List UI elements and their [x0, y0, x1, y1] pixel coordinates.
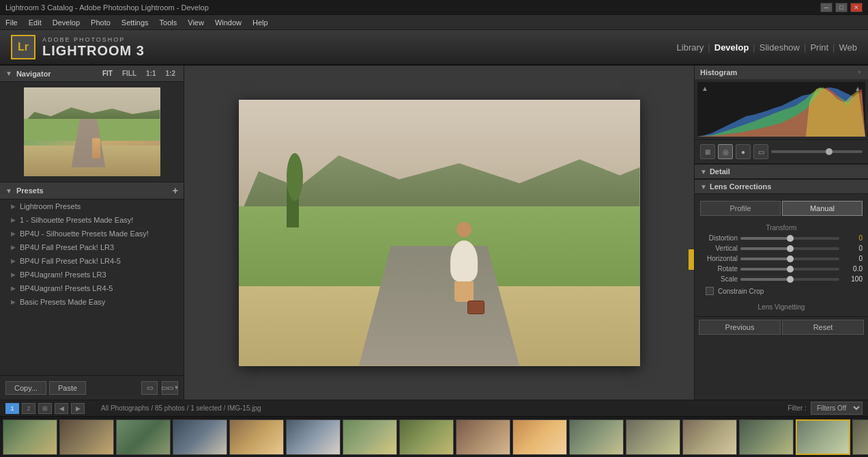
nav-web[interactable]: Web — [839, 42, 858, 53]
filter-select[interactable]: Filters Off Flagged Unflagged — [811, 402, 863, 415]
presets-add-button[interactable]: + — [173, 185, 178, 196]
page-2-button[interactable]: 2 — [22, 403, 35, 414]
film-thumb-9[interactable] — [456, 419, 510, 455]
navigator-controls: FIT FILL 1:1 1:2 — [100, 68, 178, 79]
navigator-panel: ▼ Navigator FIT FILL 1:1 1:2 — [0, 66, 184, 182]
horizontal-value: 0 — [842, 255, 863, 262]
menu-view[interactable]: View — [188, 18, 204, 27]
film-thumb-7[interactable] — [343, 419, 397, 455]
detail-section-header[interactable]: ▼ Detail — [695, 164, 868, 179]
navigator-header: ▼ Navigator FIT FILL 1:1 1:2 — [0, 66, 184, 82]
navigator-thumbnail — [24, 87, 160, 176]
preset-basic[interactable]: ▶ Basic Presets Made Easy — [0, 295, 184, 309]
menu-file[interactable]: File — [5, 18, 18, 27]
menu-window[interactable]: Window — [215, 18, 242, 27]
film-thumb-11[interactable] — [569, 419, 624, 455]
paste-button[interactable]: Paste — [49, 381, 86, 395]
grid-view-button[interactable]: ⊞ — [38, 403, 52, 414]
lens-tab-manual[interactable]: Manual — [782, 201, 863, 216]
single-view-button[interactable]: ▭ — [141, 381, 158, 395]
page-1-button[interactable]: 1 — [5, 403, 19, 414]
vertical-slider[interactable] — [740, 247, 839, 250]
nav-zoom[interactable]: 1:2 — [163, 68, 178, 79]
presets-header: ▼ Presets + — [0, 182, 184, 199]
tool-slider[interactable] — [771, 150, 863, 153]
previous-button[interactable]: Previous — [699, 320, 781, 335]
film-thumb-3[interactable] — [116, 419, 171, 455]
nav-1to1[interactable]: 1:1 — [143, 68, 158, 79]
histogram-header: Histogram ▼ — [695, 66, 868, 79]
copy-button[interactable]: Copy... — [5, 381, 46, 395]
histogram-arrow: ▼ — [856, 69, 863, 76]
grid-tool-icon[interactable]: ⊞ — [700, 144, 715, 159]
nav-slideshow[interactable]: Slideshow — [760, 42, 800, 53]
film-thumb-13[interactable] — [682, 419, 737, 455]
menu-help[interactable]: Help — [252, 18, 268, 27]
nav-library[interactable]: Library — [677, 42, 704, 53]
menu-tools[interactable]: Tools — [160, 18, 177, 27]
copy-paste-buttons: Copy... Paste — [5, 381, 86, 395]
film-thumb-2[interactable] — [59, 419, 114, 455]
crop-tool-icon[interactable]: ▭ — [753, 144, 768, 159]
filmstrip — [0, 416, 868, 457]
preset-bp4uagram-lr4[interactable]: ▶ BP4Uagram! Presets LR4-5 — [0, 281, 184, 295]
preset-lightroom[interactable]: ▶ Lightroom Presets — [0, 199, 184, 213]
brush-tool-icon[interactable]: ● — [736, 144, 751, 159]
horizontal-slider[interactable] — [740, 258, 839, 260]
menu-bar: File Edit Develop Photo Settings Tools V… — [0, 15, 868, 30]
nav-print[interactable]: Print — [810, 42, 828, 53]
menu-settings[interactable]: Settings — [121, 18, 149, 27]
tool-row: ⊞ ◎ ● ▭ — [695, 140, 868, 164]
presets-panel: ▼ Presets + ▶ Lightroom Presets ▶ 1 - Si… — [0, 182, 184, 375]
preset-bp4u-fall-lr4[interactable]: ▶ BP4U Fall Preset Pack! LR4-5 — [0, 254, 184, 268]
film-thumb-1[interactable] — [3, 419, 57, 455]
window-controls: ─ □ ✕ — [820, 3, 863, 12]
menu-photo[interactable]: Photo — [91, 18, 111, 27]
bottom-strip: 1 2 ⊞ ◀ ▶ All Photographs / 85 photos / … — [0, 400, 868, 416]
nav-develop[interactable]: Develop — [714, 42, 749, 53]
lens-arrow: ▼ — [700, 183, 707, 191]
prev-arrow-button[interactable]: ◀ — [55, 403, 68, 414]
film-thumb-5[interactable] — [229, 419, 284, 455]
vertical-value: 0 — [842, 245, 863, 252]
menu-edit[interactable]: Edit — [29, 18, 42, 27]
film-thumb-16[interactable] — [852, 419, 868, 455]
presets-arrow: ▼ — [5, 187, 12, 195]
maximize-button[interactable]: □ — [835, 3, 848, 12]
menu-develop[interactable]: Develop — [53, 18, 80, 27]
next-arrow-button[interactable]: ▶ — [71, 403, 85, 414]
film-thumb-4[interactable] — [173, 419, 227, 455]
histogram-title: Histogram — [700, 68, 737, 77]
film-thumb-15-selected[interactable] — [796, 419, 850, 455]
reset-button[interactable]: Reset — [782, 320, 864, 335]
nav-fill[interactable]: FILL — [119, 68, 139, 79]
film-thumb-14[interactable] — [739, 419, 794, 455]
rotate-slider[interactable] — [740, 268, 839, 271]
distortion-slider[interactable] — [740, 237, 839, 240]
film-thumb-10[interactable] — [512, 419, 567, 455]
preset-bp4uagram-lr3[interactable]: ▶ BP4Uagram! Presets LR3 — [0, 268, 184, 281]
constrain-crop-checkbox[interactable] — [706, 287, 714, 295]
left-panel: ▼ Navigator FIT FILL 1:1 1:2 — [0, 66, 184, 400]
film-thumb-8[interactable] — [399, 419, 454, 455]
develop-center — [184, 66, 694, 400]
prev-reset-area: Previous Reset — [695, 316, 868, 337]
constrain-crop-row: Constrain Crop — [700, 286, 863, 296]
preset-silhouette1[interactable]: ▶ 1 - Silhouette Presets Made Easy! — [0, 213, 184, 227]
compare-view-button[interactable]: ▭▭▼ — [162, 381, 178, 395]
tool-slider-thumb — [826, 148, 833, 155]
close-button[interactable]: ✕ — [850, 3, 863, 12]
lens-corrections-header[interactable]: ▼ Lens Corrections — [695, 179, 868, 194]
page-nav: 1 2 ⊞ ◀ ▶ — [5, 403, 85, 414]
minimize-button[interactable]: ─ — [820, 3, 833, 12]
film-thumb-12[interactable] — [626, 419, 680, 455]
circle-tool-icon[interactable]: ◎ — [718, 144, 733, 159]
film-thumb-6[interactable] — [286, 419, 341, 455]
distortion-label: Distortion — [700, 234, 738, 242]
rotate-thumb — [787, 266, 794, 273]
nav-fit[interactable]: FIT — [100, 68, 115, 79]
scale-slider[interactable] — [740, 278, 839, 281]
preset-bp4u-fall-lr3[interactable]: ▶ BP4U Fall Preset Pack! LR3 — [0, 240, 184, 254]
lens-tab-profile[interactable]: Profile — [700, 201, 781, 216]
preset-bp4u-silhouette[interactable]: ▶ BP4U - Silhouette Presets Made Easy! — [0, 227, 184, 240]
